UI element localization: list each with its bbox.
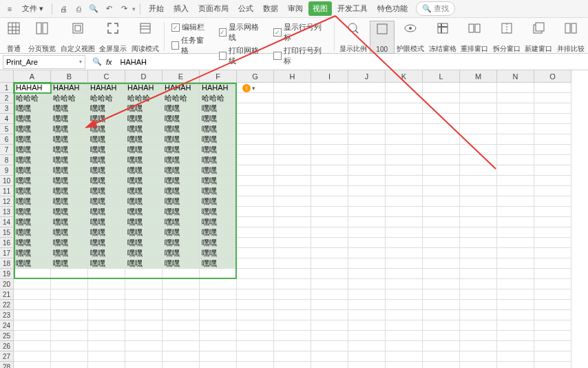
cell[interactable] (423, 207, 460, 217)
ribbon-new-window[interactable]: 新建窗口 (523, 21, 555, 54)
cell[interactable] (311, 207, 348, 217)
row-header[interactable]: 28 (0, 362, 14, 368)
cell[interactable] (274, 248, 311, 258)
cell[interactable]: 嘿嘿 (88, 114, 125, 124)
cell[interactable] (460, 269, 497, 279)
cell[interactable] (348, 362, 386, 368)
row-header[interactable]: 7 (0, 145, 14, 155)
cell[interactable] (125, 331, 162, 341)
cell[interactable] (311, 176, 348, 186)
cell[interactable] (14, 269, 51, 279)
cell[interactable] (348, 238, 386, 248)
column-header[interactable]: L (423, 70, 460, 83)
dropdown-arrow-icon[interactable]: ▾ (132, 6, 136, 12)
cell[interactable] (534, 207, 571, 217)
row-header[interactable]: 24 (0, 320, 14, 331)
cell[interactable] (200, 362, 237, 368)
save-icon[interactable]: 🖨 (56, 2, 70, 16)
cell[interactable] (497, 269, 534, 279)
row-header[interactable]: 27 (0, 351, 14, 362)
cell[interactable]: 嘿嘿 (162, 217, 200, 227)
cell[interactable]: 嘿嘿 (162, 207, 200, 217)
cell[interactable] (497, 196, 534, 207)
cell[interactable] (274, 269, 311, 279)
row-header[interactable]: 14 (0, 217, 14, 227)
cell[interactable] (497, 93, 534, 103)
cell[interactable] (348, 83, 386, 93)
cell[interactable]: 嘿嘿 (14, 217, 51, 227)
cell[interactable] (162, 310, 200, 320)
cell[interactable] (237, 320, 274, 331)
cell[interactable] (423, 341, 460, 351)
cell[interactable] (386, 227, 423, 238)
cell[interactable]: 嘿嘿 (88, 124, 125, 134)
cell[interactable] (88, 310, 125, 320)
cell[interactable] (162, 279, 200, 289)
cell[interactable] (237, 279, 274, 289)
cell[interactable] (311, 155, 348, 165)
row-header[interactable]: 13 (0, 207, 14, 217)
cell[interactable] (88, 341, 125, 351)
cell[interactable]: 嘿嘿 (200, 124, 237, 134)
cell[interactable] (51, 310, 88, 320)
cell[interactable] (14, 289, 51, 300)
cell[interactable]: 嘿嘿 (14, 248, 51, 258)
row-header[interactable]: 1 (0, 83, 14, 93)
cell[interactable] (386, 238, 423, 248)
cell[interactable]: 嘿嘿 (200, 134, 237, 145)
redo-icon[interactable]: ↷ (117, 2, 131, 16)
cell[interactable] (200, 300, 237, 310)
check-show-headings[interactable]: 显示行号列标 (273, 22, 327, 43)
ribbon-arrange-windows[interactable]: 重排窗口 (459, 21, 491, 54)
cell[interactable] (348, 331, 386, 341)
cell[interactable] (237, 300, 274, 310)
cell[interactable] (274, 165, 311, 176)
cell[interactable]: 嘿嘿 (14, 145, 51, 155)
cell[interactable] (460, 351, 497, 362)
cell[interactable] (162, 269, 200, 279)
cell[interactable] (423, 134, 460, 145)
cell[interactable] (237, 186, 274, 196)
cell[interactable] (274, 196, 311, 207)
ribbon-normal-view[interactable]: 普通 (1, 21, 26, 54)
tab-start[interactable]: 开始 (145, 1, 168, 16)
cell[interactable] (348, 207, 386, 217)
ribbon-split-window[interactable]: 拆分窗口 (490, 21, 523, 54)
cell[interactable]: 嘿嘿 (125, 248, 162, 258)
cell[interactable] (14, 341, 51, 351)
cell[interactable]: 嘿嘿 (14, 176, 51, 186)
cell[interactable] (534, 279, 571, 289)
cell[interactable] (423, 124, 460, 134)
cell[interactable] (386, 258, 423, 269)
cell[interactable] (460, 207, 497, 217)
undo-icon[interactable]: ↶ (102, 2, 116, 16)
column-header[interactable]: E (162, 70, 200, 83)
cell[interactable] (460, 289, 497, 300)
cell[interactable] (386, 207, 423, 217)
column-header[interactable]: I (311, 70, 348, 83)
cell[interactable] (348, 186, 386, 196)
cell[interactable] (386, 124, 423, 134)
cell[interactable] (534, 165, 571, 176)
cell[interactable] (311, 320, 348, 331)
cell[interactable] (237, 331, 274, 341)
cell[interactable] (348, 258, 386, 269)
cell[interactable] (534, 186, 571, 196)
cell[interactable] (534, 331, 571, 341)
cell[interactable]: 嘿嘿 (162, 155, 200, 165)
cell[interactable]: 嘿嘿 (14, 258, 51, 269)
cell[interactable]: 嘿嘿 (51, 207, 88, 217)
cell[interactable]: 嘿嘿 (14, 186, 51, 196)
cell[interactable] (497, 155, 534, 165)
cell[interactable] (274, 145, 311, 155)
cell[interactable] (497, 145, 534, 155)
cell[interactable] (497, 83, 534, 93)
cell[interactable] (423, 320, 460, 331)
name-box[interactable]: Print_Are ▾ (3, 55, 85, 69)
cell[interactable]: HAHAH (51, 83, 88, 93)
cell[interactable] (497, 258, 534, 269)
cell[interactable] (497, 207, 534, 217)
cell[interactable] (125, 289, 162, 300)
tab-view[interactable]: 视图 (308, 1, 332, 16)
preview-icon[interactable]: 🔍 (87, 2, 101, 16)
